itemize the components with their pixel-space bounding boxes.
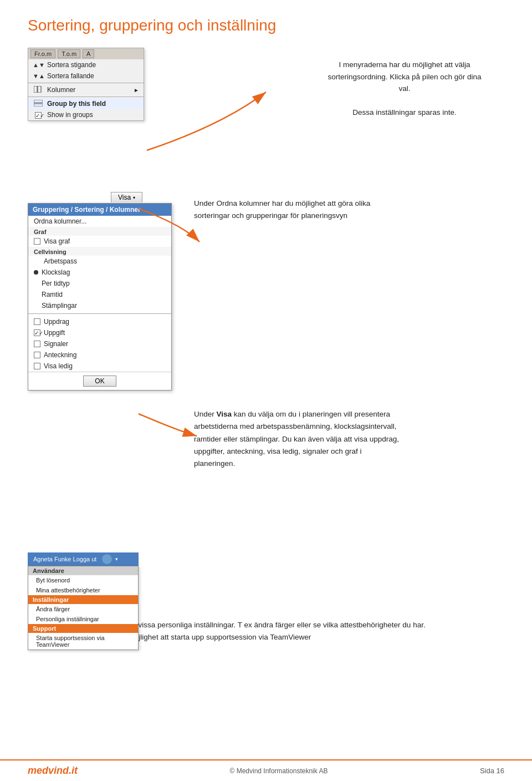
teamviewer-label: Starta supportsession via TeamViewer	[36, 635, 105, 648]
visa-dropdown-arrow: ▾	[133, 195, 135, 200]
visa-callout-post: kan du välja om du i planeringen vill pr…	[194, 410, 399, 468]
user-menu-header: Agneta Funke Logga ut ▾	[28, 552, 139, 566]
divider-2	[28, 97, 144, 97]
top-callout-line3: val.	[305, 83, 504, 95]
footer-logo: medvind.it	[28, 765, 78, 777]
user-menu: Användare Byt lösenord Mina attestbehöri…	[28, 566, 139, 650]
klockslag-label: Klockslag	[42, 268, 70, 276]
uppgift-label: Uppgift	[44, 329, 65, 337]
visa-ledig-checkbox[interactable]	[34, 363, 40, 369]
uppgift-item[interactable]: ✓ Uppgift	[28, 327, 171, 338]
ordna-link-item[interactable]: Ordna kolumner...	[28, 216, 171, 227]
per-tidtyp-item[interactable]: Per tidtyp	[28, 278, 171, 289]
visa-graf-checkbox[interactable]	[34, 238, 40, 245]
visa-button-wrapper: Visa ▾	[111, 192, 142, 202]
visa-callout: Under Visa kan du välja om du i planerin…	[194, 408, 405, 470]
show-in-groups-label: Show in groups	[47, 111, 93, 119]
arbetspass-label: Arbetspass	[44, 257, 77, 265]
stamplingar-label: Stämplingar	[42, 302, 77, 310]
sort-desc-item[interactable]: ▼▲ Sortera fallande	[28, 70, 144, 82]
support-section-label: Support	[28, 624, 138, 633]
uppdrag-label: Uppdrag	[44, 318, 69, 326]
ramtid-label: Ramtid	[42, 291, 63, 298]
settings-icon	[102, 554, 112, 564]
submenu-arrow: ►	[134, 87, 139, 93]
mina-attest-item[interactable]: Mina attestbehörigheter	[28, 585, 138, 595]
columns-item[interactable]: Kolumner ►	[28, 84, 144, 95]
ok-row: OK	[28, 372, 171, 390]
visa-callout-bold: Visa	[217, 410, 232, 418]
teamviewer-item[interactable]: Starta supportsession via TeamViewer	[28, 633, 138, 650]
ordna-callout: Under Ordna kolumner har du möjlighet at…	[194, 197, 388, 221]
klockslag-item[interactable]: Klockslag	[28, 267, 171, 278]
ordna-link-label: Ordna kolumner...	[34, 217, 86, 225]
user-section-label: Användare	[28, 566, 138, 575]
context-menu-header: Fr.o.m T.o.m A	[28, 48, 144, 59]
sort-desc-icon: ▼▲	[33, 73, 44, 79]
svg-rect-1	[38, 86, 41, 93]
graf-section-label: Graf	[28, 227, 171, 236]
uppdrag-item[interactable]: Uppdrag	[28, 316, 171, 327]
stamplingar-item[interactable]: Stämplingar	[28, 300, 171, 311]
install-section-label: Inställningar	[28, 595, 138, 604]
arbetspass-item[interactable]: Arbetspass	[28, 256, 171, 267]
andra-farger-item[interactable]: Ändra färger	[28, 604, 138, 614]
context-menu: Fr.o.m T.o.m A ▲▼ Sortera stigande ▼▲ So…	[28, 48, 144, 121]
col-divider	[28, 313, 171, 314]
top-callout-line1: I menyraderna har du möjlighet att välja	[305, 59, 504, 71]
sort-desc-label: Sortera fallande	[47, 72, 94, 80]
anteckning-label: Anteckning	[44, 351, 76, 359]
dropdown-arrow-icon: ▾	[115, 556, 118, 562]
top-callout: I menyraderna har du möjlighet att välja…	[305, 59, 504, 119]
personliga-label: Personliga inställningar	[36, 616, 99, 622]
col-to: T.o.m	[58, 49, 80, 58]
visa-graf-label: Visa graf	[44, 237, 70, 245]
context-menu-area: Fr.o.m T.o.m A ▲▼ Sortera stigande ▼▲ So…	[28, 48, 144, 121]
klockslag-dot	[34, 270, 38, 275]
anteckning-checkbox[interactable]	[34, 352, 40, 358]
user-menu-wrapper: Agneta Funke Logga ut ▾ Användare Byt lö…	[28, 552, 139, 650]
signaler-label: Signaler	[44, 340, 68, 348]
mina-attest-label: Mina attestbehörigheter	[36, 587, 100, 594]
visa-graf-item[interactable]: Visa graf	[28, 236, 171, 247]
visa-callout-pre: Under	[194, 410, 217, 418]
visa-callout-text: Under Visa kan du välja om du i planerin…	[194, 408, 405, 470]
ramtid-item[interactable]: Ramtid	[28, 289, 171, 300]
group-by-icon	[33, 100, 44, 108]
personliga-item[interactable]: Personliga inställningar	[28, 614, 138, 624]
group-by-label: Group by this field	[47, 100, 106, 108]
uppgift-checkbox[interactable]: ✓	[34, 329, 40, 336]
columns-icon	[33, 86, 44, 94]
show-groups-checkbox-icon: ✓	[33, 111, 44, 118]
group-by-item[interactable]: Group by this field	[28, 98, 144, 109]
uppdrag-checkbox[interactable]	[34, 318, 40, 325]
andra-farger-label: Ändra färger	[36, 606, 70, 612]
anteckning-item[interactable]: Anteckning	[28, 349, 171, 361]
signaler-checkbox[interactable]	[34, 341, 40, 347]
columns-label: Kolumner	[47, 86, 75, 94]
cellvisning-section-label: Cellvisning	[28, 247, 171, 256]
show-in-groups-item[interactable]: ✓ Show in groups	[28, 109, 144, 120]
visa-ledig-item[interactable]: Visa ledig	[28, 361, 171, 372]
page-title: Sortering, gruppering och inställning	[28, 17, 504, 34]
signaler-item[interactable]: Signaler	[28, 338, 171, 349]
svg-rect-2	[34, 100, 43, 103]
visa-ledig-label: Visa ledig	[44, 362, 73, 370]
col-config-area: Gruppering / Sortering / Kolumner Ordna …	[28, 203, 172, 390]
svg-rect-3	[34, 104, 43, 106]
visa-button[interactable]: Visa ▾	[111, 192, 142, 202]
footer-company: © Medvind Informationsteknik AB	[229, 767, 328, 775]
sort-asc-icon: ▲▼	[33, 62, 44, 68]
footer-page: Sida 16	[480, 767, 504, 775]
top-callout-line4: Dessa inställningar sparas inte.	[305, 106, 504, 119]
visa-label: Visa	[118, 194, 131, 201]
byt-losenord-item[interactable]: Byt lösenord	[28, 575, 138, 585]
top-callout-line2: sorteringsordning. Klicka på pilen och g…	[305, 71, 504, 83]
col-a: A	[83, 49, 94, 58]
sort-asc-label: Sortera stigande	[47, 61, 96, 69]
ok-button[interactable]: OK	[83, 376, 116, 387]
install-post: kan du göra vissa personliga inställning…	[95, 621, 426, 629]
sort-asc-item[interactable]: ▲▼ Sortera stigande	[28, 59, 144, 70]
ordna-callout-text: Under Ordna kolumner har du möjlighet at…	[194, 197, 388, 221]
page-footer: medvind.it © Medvind Informationsteknik …	[0, 759, 532, 781]
